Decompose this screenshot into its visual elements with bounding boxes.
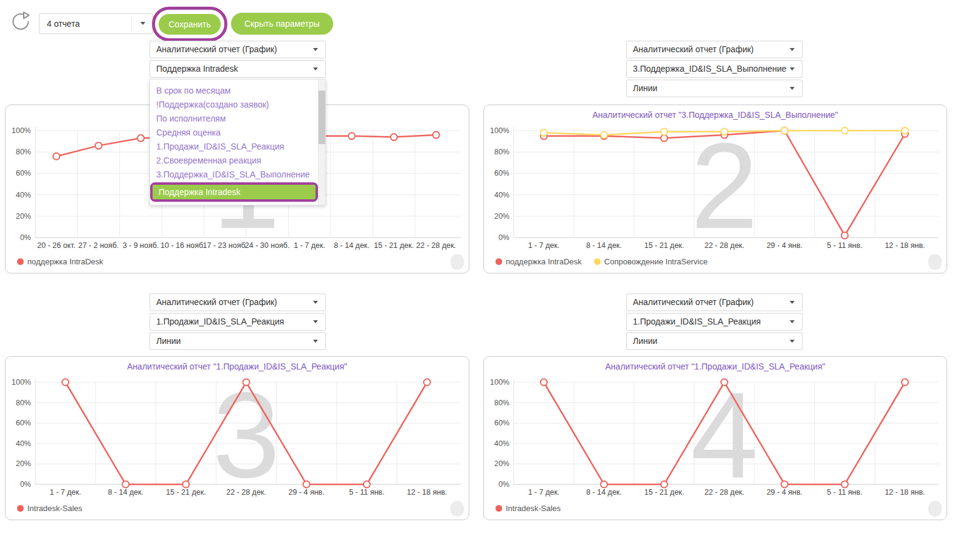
legend-dot-icon [495, 258, 502, 265]
chart3-controls: Аналитический отчет (График)1.Продажи_ID… [150, 294, 326, 352]
chart-title: Аналитический отчет "1.Продажи_ID&IS_SLA… [9, 359, 466, 374]
select-value: 3.Поддержка_ID&IS_SLA_Выполнение [633, 64, 787, 74]
legend-item: поддержка IntraDesk [495, 257, 582, 266]
report-select[interactable]: Аналитический отчет (График) [150, 294, 326, 311]
chevron-down-icon [313, 320, 318, 323]
svg-text:60%: 60% [16, 419, 31, 427]
svg-text:100%: 100% [12, 378, 31, 387]
menu-item[interactable]: В срок по месяцам [150, 84, 325, 98]
resize-handle[interactable] [928, 501, 942, 517]
report-select[interactable]: Аналитический отчет (График) [626, 294, 802, 311]
chart-legend: поддержка IntraDesk [9, 252, 466, 270]
scrollbar[interactable] [318, 80, 325, 205]
svg-text:3 - 9 нояб.: 3 - 9 нояб. [123, 241, 159, 250]
report-select[interactable]: Аналитический отчет (График) [150, 41, 326, 58]
menu-item[interactable]: По исполнителям [150, 112, 325, 126]
svg-text:60%: 60% [494, 419, 509, 427]
line-chart: 0%20%40%60%80%100%21 - 7 дек.8 - 14 дек.… [487, 122, 944, 252]
report-select[interactable]: 3.Поддержка_ID&IS_SLA_Выполнение [626, 60, 802, 78]
reports-count-select[interactable]: 4 отчета [39, 13, 153, 34]
svg-text:0%: 0% [20, 480, 31, 489]
dashboard: 4 отчета Сохранить Скрыть параметры Анал… [0, 0, 980, 536]
svg-text:0%: 0% [499, 233, 509, 242]
select-separator [131, 17, 132, 30]
svg-text:27 - 2 нояб.: 27 - 2 нояб. [78, 241, 119, 250]
svg-text:1 - 7 дек.: 1 - 7 дек. [528, 488, 560, 496]
menu-item-selected[interactable]: Поддержка Intradesk [153, 185, 316, 199]
svg-text:15 - 21 дек.: 15 - 21 дек. [374, 241, 414, 250]
menu-item[interactable]: Средняя оценка [150, 126, 325, 140]
svg-text:22 - 28 дек.: 22 - 28 дек. [416, 241, 457, 250]
menu-item[interactable]: !Поддержка(создано заявок) [150, 98, 325, 112]
chevron-down-icon [790, 87, 795, 90]
svg-text:20%: 20% [16, 459, 31, 468]
chart4-controls: Аналитический отчет (График)1.Продажи_ID… [626, 294, 802, 352]
select-value: Аналитический отчет (График) [156, 297, 277, 307]
select-value: 1.Продажи_ID&IS_SLA_Реакция [156, 317, 284, 326]
chevron-down-icon [790, 48, 795, 51]
select-value: Поддержка Intradesk [156, 64, 238, 74]
svg-text:80%: 80% [16, 148, 31, 156]
select-value: Линии [633, 336, 657, 346]
resize-handle[interactable] [450, 254, 464, 270]
resize-handle[interactable] [450, 501, 464, 517]
svg-text:22 - 28 дек.: 22 - 28 дек. [226, 488, 266, 496]
legend-item: Сопровождение IntraService [594, 257, 708, 266]
report-select[interactable]: Линии [626, 332, 802, 350]
chart-area: 0%20%40%60%80%100%31 - 7 дек.8 - 14 дек.… [9, 374, 466, 499]
menu-item[interactable]: 3.Поддержка_ID&IS_SLA_Выполнение [150, 168, 325, 182]
svg-text:40%: 40% [494, 439, 509, 448]
report-select[interactable]: 1.Продажи_ID&IS_SLA_Реакция [150, 313, 326, 331]
svg-text:24 - 30 нояб.: 24 - 30 нояб. [245, 241, 290, 250]
svg-text:15 - 21 дек.: 15 - 21 дек. [644, 241, 685, 250]
report-panel-2: Аналитический отчет "3.Поддержка_ID&IS_S… [483, 105, 947, 273]
chart-title: Аналитический отчет "1.Продажи_ID&IS_SLA… [487, 359, 944, 374]
svg-text:60%: 60% [16, 169, 31, 177]
svg-text:8 - 14 дек.: 8 - 14 дек. [586, 241, 622, 250]
svg-text:5 - 11 янв.: 5 - 11 янв. [827, 488, 862, 496]
svg-text:8 - 14 дек.: 8 - 14 дек. [108, 488, 143, 496]
panel-number-watermark: 4 [691, 374, 758, 499]
refresh-icon [9, 26, 33, 35]
line-chart: 0%20%40%60%80%100%31 - 7 дек.8 - 14 дек.… [9, 374, 466, 499]
svg-text:1 - 7 дек.: 1 - 7 дек. [50, 488, 81, 496]
legend-label: Сопровождение IntraService [604, 257, 708, 266]
legend-label: поддержка IntraDesk [27, 257, 103, 266]
select-value: Линии [633, 83, 657, 93]
report-select[interactable]: Линии [150, 332, 326, 350]
svg-text:100%: 100% [490, 126, 509, 135]
panel-number-watermark: 2 [691, 122, 758, 252]
chart1-controls: Аналитический отчет (График)Поддержка In… [150, 41, 326, 80]
menu-item[interactable]: 1.Продажи_ID&IS_SLA_Реакция [150, 140, 325, 154]
svg-text:29 - 4 янв.: 29 - 4 янв. [767, 488, 802, 496]
legend-dot-icon [17, 258, 24, 265]
svg-text:40%: 40% [494, 191, 509, 199]
legend-item: Intradesk-Sales [17, 504, 82, 513]
select-value: Линии [156, 336, 181, 346]
chart-legend: Intradesk-Sales [487, 499, 944, 517]
select-value: Аналитический отчет (График) [156, 44, 277, 54]
scrollbar-thumb[interactable] [319, 91, 325, 144]
chevron-down-icon [790, 320, 795, 323]
resize-handle[interactable] [928, 254, 942, 270]
svg-text:80%: 80% [16, 399, 31, 407]
chevron-down-icon [313, 48, 318, 51]
report-select[interactable]: Поддержка Intradesk [150, 60, 326, 78]
svg-text:15 - 21 дек.: 15 - 21 дек. [166, 488, 206, 496]
hide-params-button[interactable]: Скрыть параметры [231, 13, 333, 35]
chart-area: 0%20%40%60%80%100%21 - 7 дек.8 - 14 дек.… [487, 122, 944, 252]
report-select[interactable]: Аналитический отчет (График) [626, 41, 802, 58]
report-panel-4: Аналитический отчет "1.Продажи_ID&IS_SLA… [483, 356, 947, 520]
svg-text:80%: 80% [494, 399, 509, 407]
menu-item[interactable]: 2.Своевременная реакция [150, 154, 325, 168]
svg-text:10 - 16 нояб.: 10 - 16 нояб. [160, 241, 205, 250]
svg-text:20 - 26 окт.: 20 - 26 окт. [37, 241, 75, 250]
svg-text:100%: 100% [490, 378, 509, 387]
report-select[interactable]: 1.Продажи_ID&IS_SLA_Реакция [626, 313, 802, 331]
refresh-button[interactable] [9, 9, 33, 33]
chart-area: 0%20%40%60%80%100%41 - 7 дек.8 - 14 дек.… [487, 374, 944, 499]
report-select[interactable]: Линии [626, 80, 802, 97]
chart-legend: поддержка IntraDeskСопровождение IntraSe… [487, 252, 944, 270]
save-button[interactable]: Сохранить [159, 14, 221, 35]
legend-item: поддержка IntraDesk [17, 257, 103, 266]
